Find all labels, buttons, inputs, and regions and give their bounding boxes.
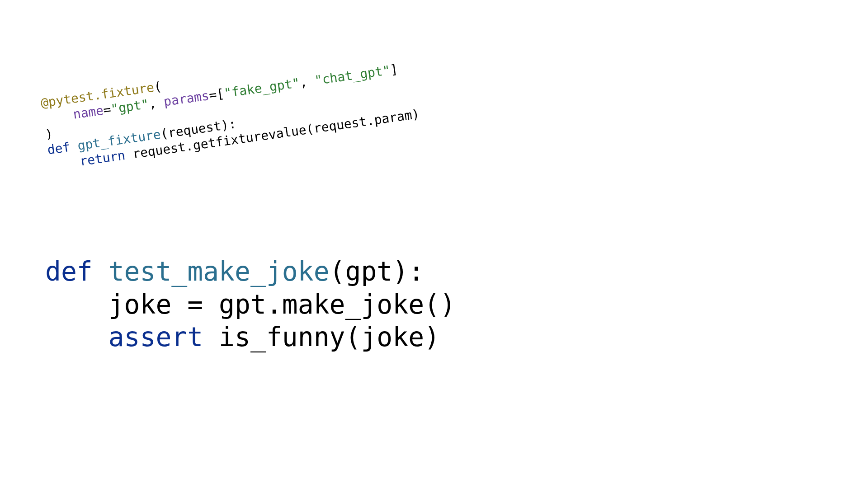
indent — [42, 107, 74, 126]
close-bracket: ] — [389, 61, 399, 77]
comma: , — [148, 94, 165, 111]
eq-bracket: =[ — [208, 86, 225, 103]
lparen: ( — [153, 79, 162, 94]
indent — [48, 154, 80, 173]
kwarg-name: name — [72, 103, 104, 122]
def-keyword: def — [47, 140, 71, 158]
indent — [45, 289, 108, 320]
def-keyword: def — [45, 256, 93, 287]
string-literal: "chat_gpt" — [314, 63, 392, 88]
func-name: test_make_joke — [108, 256, 330, 287]
test-code-block: def test_make_joke(gpt): joke = gpt.make… — [45, 255, 456, 354]
assert-keyword: assert — [108, 322, 203, 352]
signature: (gpt): — [330, 256, 425, 287]
assert-expr: is_funny(joke) — [203, 322, 440, 352]
fixture-code-block: @pytest.fixture( name="gpt", params=["fa… — [40, 43, 420, 174]
space — [93, 256, 108, 287]
indent — [45, 322, 108, 352]
rparen: ) — [44, 126, 54, 142]
comma: , — [298, 73, 316, 90]
kwarg-params: params — [163, 88, 210, 109]
code-line: joke = gpt.make_joke() — [108, 289, 456, 320]
string-literal: "fake_gpt" — [223, 75, 301, 101]
